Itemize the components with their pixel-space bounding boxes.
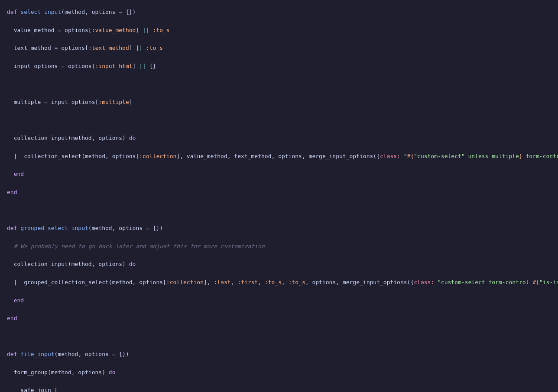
line: safe_join [ — [0, 386, 558, 392]
line — [0, 116, 558, 125]
line: end — [0, 314, 558, 323]
line: end — [0, 188, 558, 197]
symbol: :to_s — [153, 27, 170, 33]
symbol: :to_s — [146, 45, 163, 51]
line: end — [0, 170, 558, 179]
line — [0, 80, 558, 89]
symbol: :text_method — [88, 45, 129, 51]
symbol: :value_method — [92, 27, 136, 33]
line: form_group(method, options) do — [0, 368, 558, 377]
line: # We probably need to go back later and … — [0, 242, 558, 251]
line: def file_input(method, options = {}) — [0, 350, 558, 359]
line: collection_input(method, options) do — [0, 260, 558, 269]
line: collection_input(method, options) do — [0, 134, 558, 143]
line: multiple = input_options[:multiple] — [0, 98, 558, 107]
line: | grouped_collection_select(method, opti… — [0, 278, 558, 287]
line: value_method = options[:value_method] ||… — [0, 26, 558, 35]
function-name: select_input — [20, 9, 61, 15]
symbol: :multiple — [98, 99, 129, 105]
code-editor: def select_input(method, options = {}) v… — [0, 0, 558, 392]
symbol: :input_html — [95, 63, 133, 69]
line: end — [0, 296, 558, 305]
code-block: def select_input(method, options = {}) v… — [0, 3, 558, 392]
line: text_method = options[:text_method] || :… — [0, 44, 558, 53]
keyword-do: do — [129, 135, 136, 141]
line: def grouped_select_input(method, options… — [0, 224, 558, 233]
line — [0, 332, 558, 341]
keyword-def: def — [7, 9, 17, 15]
line — [0, 206, 558, 215]
line: | collection_select(method, options[:col… — [0, 152, 558, 161]
line: input_options = options[:input_html] || … — [0, 62, 558, 71]
line: def select_input(method, options = {}) — [0, 8, 558, 17]
